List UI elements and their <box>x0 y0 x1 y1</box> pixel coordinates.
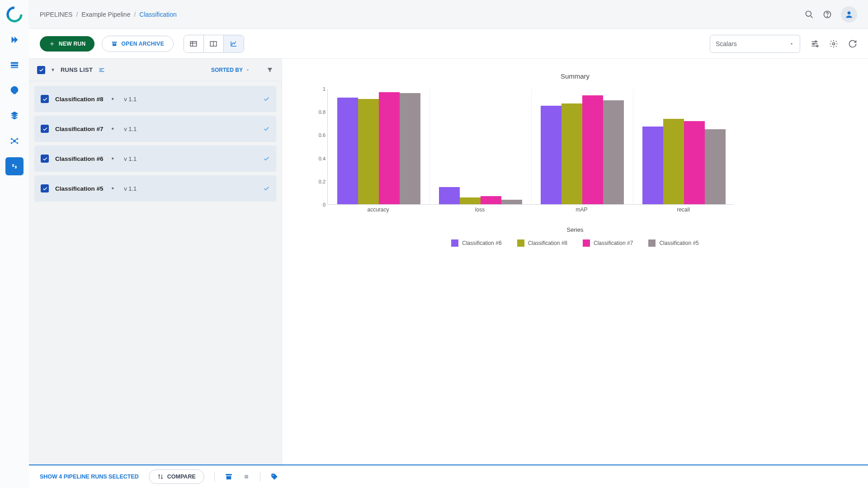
chart-bar[interactable] <box>582 95 603 204</box>
legend-label: Classification #6 <box>462 240 501 246</box>
nav-icon-5[interactable] <box>5 132 24 150</box>
svg-rect-4 <box>11 67 19 68</box>
select-all-checkbox[interactable] <box>37 66 45 74</box>
open-archive-label: OPEN ARCHIVE <box>121 41 164 47</box>
plus-icon <box>49 41 55 47</box>
chart-bar[interactable] <box>684 121 705 204</box>
refresh-icon[interactable] <box>848 39 857 48</box>
breadcrumb-current[interactable]: Classification <box>139 11 176 18</box>
chart-bar[interactable] <box>561 103 582 204</box>
legend-item[interactable]: Classification #5 <box>648 239 698 247</box>
view-split-button[interactable] <box>204 35 224 52</box>
run-checkbox[interactable] <box>41 184 49 192</box>
run-item[interactable]: Classification #8 • v 1.1 <box>34 86 276 112</box>
gear-icon[interactable] <box>829 39 838 48</box>
breadcrumb-sep: / <box>134 11 136 18</box>
legend-swatch <box>451 239 458 247</box>
nav-icon-4[interactable] <box>5 107 24 125</box>
legend-swatch <box>648 239 656 247</box>
run-version: v 1.1 <box>124 126 137 132</box>
chart-bar[interactable] <box>481 196 501 204</box>
chart-bar[interactable] <box>379 92 400 204</box>
tune-icon[interactable] <box>810 39 819 48</box>
run-checkbox[interactable] <box>41 155 49 163</box>
app-logo <box>5 5 24 23</box>
svg-point-19 <box>815 41 816 42</box>
chart-bar[interactable] <box>400 93 420 204</box>
adjust-icon[interactable] <box>98 66 105 74</box>
status-check-icon <box>263 125 270 132</box>
run-checkbox[interactable] <box>41 95 49 103</box>
chevron-down-icon <box>245 68 250 72</box>
chart-title: Summary <box>309 72 841 80</box>
chart-bar[interactable] <box>663 119 684 204</box>
run-checkbox[interactable] <box>41 125 49 133</box>
stop-action-icon[interactable] <box>243 473 250 480</box>
runs-panel: ▼ RUNS LIST SORTED BY Classification #8 … <box>29 59 282 465</box>
breadcrumb-mid[interactable]: Example Pipeline <box>81 11 130 18</box>
user-avatar[interactable] <box>841 6 857 23</box>
sorted-by-label: SORTED BY <box>211 67 243 73</box>
legend-swatch <box>517 239 524 247</box>
nav-icon-1[interactable] <box>5 31 24 49</box>
chart-bar[interactable] <box>541 106 561 204</box>
legend-item[interactable]: Classification #7 <box>583 239 633 247</box>
breadcrumb: PIPELINES / Example Pipeline / Classific… <box>40 11 177 18</box>
divider <box>260 472 260 482</box>
collapse-icon[interactable]: ▼ <box>51 67 55 72</box>
view-table-button[interactable] <box>184 35 204 52</box>
legend-label: Classification #7 <box>594 240 633 246</box>
search-icon[interactable] <box>805 10 814 19</box>
run-name: Classification #7 <box>55 126 104 132</box>
chart-bar[interactable] <box>358 99 379 204</box>
new-run-button[interactable]: NEW RUN <box>40 36 94 52</box>
svg-rect-23 <box>226 474 232 475</box>
status-check-icon <box>263 155 270 162</box>
nav-icon-2[interactable] <box>5 56 24 74</box>
run-name: Classification #6 <box>55 155 104 162</box>
legend-item[interactable]: Classification #6 <box>451 239 501 247</box>
chart-bar[interactable] <box>705 129 726 204</box>
view-chart-button[interactable] <box>224 35 244 52</box>
compare-label: COMPARE <box>167 474 196 480</box>
run-item[interactable]: Classification #7 • v 1.1 <box>34 116 276 142</box>
filter-icon[interactable] <box>266 66 274 74</box>
breadcrumb-sep: / <box>76 11 78 18</box>
metric-select[interactable]: Scalars <box>710 35 800 53</box>
run-item[interactable]: Classification #5 • v 1.1 <box>34 175 276 202</box>
chart-area: Summary 00.20.40.60.81 accuracylossmAPre… <box>282 59 868 465</box>
breadcrumb-root[interactable]: PIPELINES <box>40 11 72 18</box>
run-version: v 1.1 <box>124 155 137 162</box>
tag-action-icon[interactable] <box>270 473 278 481</box>
chart-bar[interactable] <box>337 98 358 204</box>
sorted-by-button[interactable]: SORTED BY <box>211 67 250 73</box>
chart-bar[interactable] <box>603 100 624 204</box>
svg-point-20 <box>813 43 814 44</box>
svg-point-7 <box>17 138 19 140</box>
svg-point-21 <box>816 45 818 47</box>
archive-action-icon[interactable] <box>225 473 233 481</box>
help-icon[interactable] <box>823 10 832 19</box>
chart-bar[interactable] <box>439 187 460 204</box>
metric-select-value: Scalars <box>716 40 737 47</box>
x-tick-label: recall <box>677 206 690 213</box>
svg-point-26 <box>273 475 274 476</box>
chart-plot[interactable]: 00.20.40.60.81 accuracylossmAPrecall <box>327 89 752 216</box>
legend-swatch <box>583 239 590 247</box>
chart-bar[interactable] <box>460 197 481 204</box>
archive-icon <box>111 41 118 47</box>
svg-point-22 <box>833 42 835 45</box>
nav-icon-pipelines[interactable] <box>5 157 24 175</box>
selected-count-text[interactable]: SHOW 4 PIPELINE RUNS SELECTED <box>40 474 139 480</box>
x-tick-label: mAP <box>576 206 587 213</box>
nav-icon-3[interactable] <box>5 81 24 99</box>
chart-bar[interactable] <box>642 127 663 204</box>
legend-item[interactable]: Classification #8 <box>517 239 567 247</box>
compare-button[interactable]: COMPARE <box>149 469 204 484</box>
runs-list: Classification #8 • v 1.1 Classification… <box>29 81 282 206</box>
run-item[interactable]: Classification #6 • v 1.1 <box>34 145 276 172</box>
runs-header: ▼ RUNS LIST SORTED BY <box>29 59 282 81</box>
open-archive-button[interactable]: OPEN ARCHIVE <box>102 36 174 52</box>
chart-bar[interactable] <box>501 200 522 204</box>
svg-point-10 <box>806 11 811 16</box>
